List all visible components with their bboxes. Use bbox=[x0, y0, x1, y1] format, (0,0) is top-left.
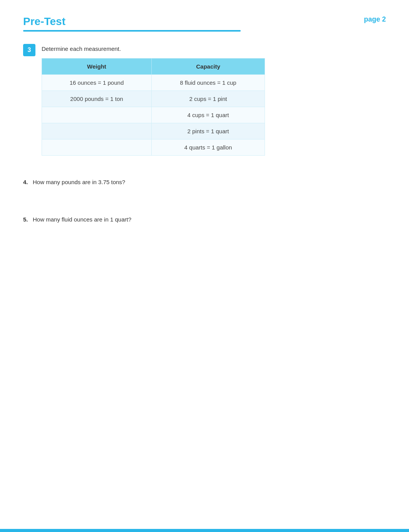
question-5-number: 5. bbox=[23, 216, 28, 223]
question-5-block: 5. How many fluid ounces are in 1 quart? bbox=[23, 216, 386, 223]
page-title: Pre-Test bbox=[23, 15, 65, 28]
weight-cell-2: 2000 pounds = 1 ton bbox=[42, 91, 152, 107]
table-row: 4 quarts = 1 gallon bbox=[42, 139, 265, 156]
page-number: page 2 bbox=[364, 15, 386, 23]
capacity-cell-5: 4 quarts = 1 gallon bbox=[151, 139, 265, 156]
capacity-cell-4: 2 pints = 1 quart bbox=[151, 123, 265, 139]
section-number-box: 3 bbox=[23, 44, 35, 56]
question-5-text: 5. How many fluid ounces are in 1 quart? bbox=[23, 216, 386, 223]
question-5-content: How many fluid ounces are in 1 quart? bbox=[33, 216, 131, 223]
header: Pre-Test page 2 bbox=[23, 15, 386, 28]
capacity-cell-1: 8 fluid ounces = 1 cup bbox=[151, 75, 265, 91]
reference-table: Weight Capacity 16 ounces = 1 pound 8 fl… bbox=[42, 58, 265, 156]
question-4-content: How many pounds are in 3.75 tons? bbox=[33, 179, 125, 185]
page-container: Pre-Test page 2 3 Determine each measure… bbox=[0, 0, 409, 269]
header-underline bbox=[23, 30, 241, 32]
section-wrapper: 3 Determine each measurement. Weight Cap… bbox=[23, 43, 386, 171]
col-weight-header: Weight bbox=[42, 59, 152, 75]
footer-bar bbox=[0, 529, 409, 532]
weight-cell-5 bbox=[42, 139, 152, 156]
instructions: Determine each measurement. bbox=[42, 45, 386, 52]
question-4-block: 4. How many pounds are in 3.75 tons? bbox=[23, 179, 386, 185]
table-row: 16 ounces = 1 pound 8 fluid ounces = 1 c… bbox=[42, 75, 265, 91]
question-4-number: 4. bbox=[23, 179, 28, 185]
weight-cell-3 bbox=[42, 107, 152, 123]
capacity-cell-2: 2 cups = 1 pint bbox=[151, 91, 265, 107]
section-content: Determine each measurement. Weight Capac… bbox=[42, 43, 386, 171]
question-4-text: 4. How many pounds are in 3.75 tons? bbox=[23, 179, 386, 185]
table-row: 4 cups = 1 quart bbox=[42, 107, 265, 123]
weight-cell-1: 16 ounces = 1 pound bbox=[42, 75, 152, 91]
col-capacity-header: Capacity bbox=[151, 59, 265, 75]
capacity-cell-3: 4 cups = 1 quart bbox=[151, 107, 265, 123]
table-row: 2000 pounds = 1 ton 2 cups = 1 pint bbox=[42, 91, 265, 107]
table-row: 2 pints = 1 quart bbox=[42, 123, 265, 139]
weight-cell-4 bbox=[42, 123, 152, 139]
